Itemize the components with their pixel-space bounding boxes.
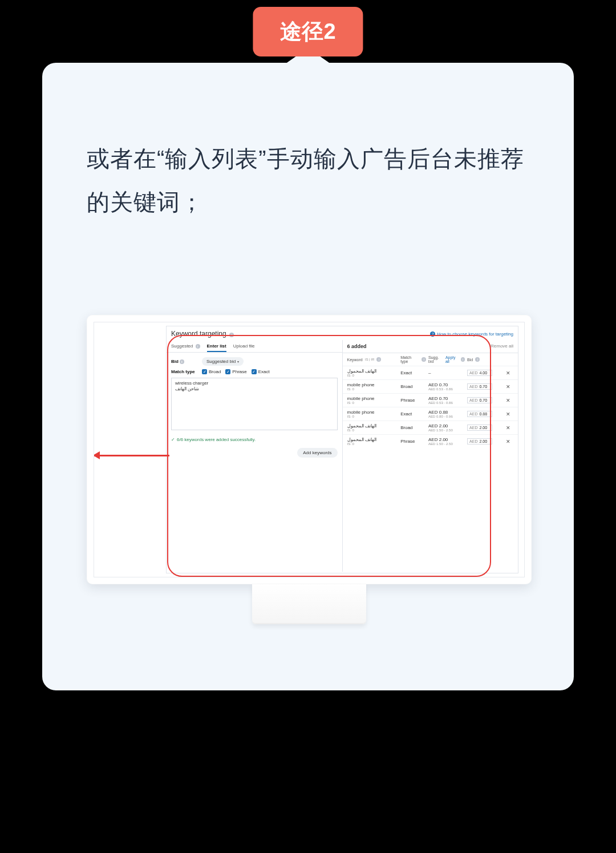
bid-dropdown[interactable]: Suggested bid — [202, 357, 244, 366]
description-text: 或者在“输入列表”手动输入广告后台未推荐的关键词； — [87, 137, 529, 224]
info-icon[interactable]: i — [196, 344, 200, 349]
bid-input[interactable]: AED2.00 — [467, 425, 492, 431]
remove-row-button[interactable]: ✕ — [506, 370, 513, 376]
match-cell: Exact — [400, 370, 426, 375]
match-cell: Exact — [400, 411, 426, 417]
bid-input[interactable]: AED2.00 — [467, 438, 492, 444]
success-message: 6/6 keywords were added successfully. — [167, 435, 342, 444]
keyword-cell: mobile phone — [347, 396, 399, 401]
info-icon[interactable]: i — [422, 357, 426, 362]
sugg-range: AED 1.50 - 2.50 — [428, 442, 465, 446]
info-icon[interactable]: i — [376, 357, 381, 362]
callout-arrow — [94, 455, 169, 456]
table-row: mobile phoneIS: 0ExactAED 0.88AED 0.80 -… — [343, 407, 518, 421]
checkbox-exact[interactable]: Exact — [252, 369, 270, 374]
keyword-cell: الهاتف المحمول — [347, 423, 399, 428]
arrow-icon — [94, 451, 100, 459]
keyword-sub: IS: 0 — [347, 442, 399, 446]
sugg-bid-cell: AED 0.70 — [428, 382, 465, 387]
bid-input[interactable]: AED0.88 — [467, 411, 492, 417]
keyword-cell: mobile phone — [347, 410, 399, 415]
sugg-bid-cell: AED 2.00 — [428, 423, 465, 428]
match-cell: Phrase — [400, 398, 426, 403]
remove-row-button[interactable]: ✕ — [506, 439, 513, 444]
table-row: mobile phoneIS: 0BroadAED 0.70AED 0.53 -… — [343, 379, 518, 393]
card: 或者在“输入列表”手动输入广告后台未推荐的关键词； Keyword target… — [42, 63, 574, 690]
sugg-range: AED 0.80 - 0.96 — [428, 415, 465, 418]
bid-input[interactable]: AED0.70 — [467, 397, 492, 403]
left-column: Suggested i Enter list Upload file Bidi — [167, 340, 343, 572]
method-badge: 途径2 — [253, 7, 363, 56]
table-row: الهاتف المحمولIS: 0BroadAED 2.00AED 1.50… — [343, 421, 518, 434]
table-row: الهاتف المحمولIS: 0PhraseAED 2.00AED 1.5… — [343, 434, 518, 448]
keyword-cell: الهاتف المحمول — [347, 437, 399, 442]
info-icon[interactable]: i — [475, 357, 480, 362]
remove-row-button[interactable]: ✕ — [506, 398, 513, 403]
sugg-range: AED 1.50 - 2.50 — [428, 428, 465, 432]
sugg-bid-cell: – — [428, 370, 465, 375]
match-type-label: Match type — [171, 369, 197, 374]
table-row: mobile phoneIS: 0PhraseAED 0.70AED 0.53 … — [343, 393, 518, 407]
remove-all-link[interactable]: Remove all — [491, 343, 513, 349]
match-cell: Phrase — [400, 439, 426, 444]
monitor: Keyword targeting i How to choose keywor… — [87, 315, 532, 624]
info-icon[interactable]: i — [229, 333, 234, 337]
checkbox-phrase[interactable]: Phrase — [225, 369, 246, 374]
bid-input[interactable]: AED4.00 — [467, 370, 492, 376]
textarea-line: شاحن الهاتف — [175, 386, 334, 392]
keyword-sub: IS: 0 — [347, 374, 399, 377]
keyword-sub: IS: 0 — [347, 387, 399, 391]
remove-row-button[interactable]: ✕ — [506, 425, 513, 431]
textarea-line: wireless charger — [175, 381, 334, 386]
bid-label: Bidi — [171, 359, 197, 364]
info-icon[interactable]: i — [180, 359, 184, 364]
added-count: 6 added — [347, 343, 367, 349]
match-cell: Broad — [400, 384, 426, 389]
sugg-bid-cell: AED 2.00 — [428, 437, 465, 442]
checkbox-broad[interactable]: Broad — [202, 369, 221, 374]
right-column: 6 added Remove all Keyword IS | IR — [343, 340, 518, 572]
sugg-bid-cell: AED 0.88 — [428, 410, 465, 415]
tab-enter-list[interactable]: Enter list — [207, 341, 226, 352]
keyword-sub: IS: 0 — [347, 428, 399, 432]
remove-row-button[interactable]: ✕ — [506, 411, 513, 417]
help-link[interactable]: How to choose keywords for targeting — [430, 332, 513, 337]
match-cell: Broad — [400, 425, 426, 430]
remove-row-button[interactable]: ✕ — [506, 384, 513, 390]
table-header: Keyword IS | IR i Match typei Sugg. bi — [343, 353, 518, 366]
tab-upload-file[interactable]: Upload file — [233, 341, 255, 352]
add-keywords-button[interactable]: Add keywords — [297, 448, 337, 458]
keyword-cell: mobile phone — [347, 382, 399, 387]
monitor-stand — [252, 584, 366, 624]
sugg-bid-cell: AED 0.70 — [428, 396, 465, 401]
table-row: الهاتف المحمولIS: 0Exact–AED4.00✕ — [343, 366, 518, 379]
apply-all-link[interactable]: Apply all — [445, 355, 459, 363]
keyword-targeting-panel: Keyword targeting i How to choose keywor… — [166, 326, 518, 573]
keyword-sub: IS: 0 — [347, 401, 399, 405]
bid-input[interactable]: AED0.70 — [467, 383, 492, 390]
panel-title: Keyword targeting i — [171, 330, 234, 338]
keyword-input[interactable]: wireless charger شاحن الهاتف — [171, 378, 338, 430]
sugg-range: AED 0.53 - 0.86 — [428, 387, 465, 391]
tab-suggested[interactable]: Suggested i — [171, 341, 200, 352]
keyword-sub: IS: 0 — [347, 415, 399, 418]
keyword-cell: الهاتف المحمول — [347, 369, 399, 374]
screen: Keyword targeting i How to choose keywor… — [94, 322, 525, 577]
screen-frame: Keyword targeting i How to choose keywor… — [87, 315, 532, 584]
info-icon[interactable]: i — [461, 357, 465, 362]
sugg-range: AED 0.53 - 0.86 — [428, 401, 465, 405]
